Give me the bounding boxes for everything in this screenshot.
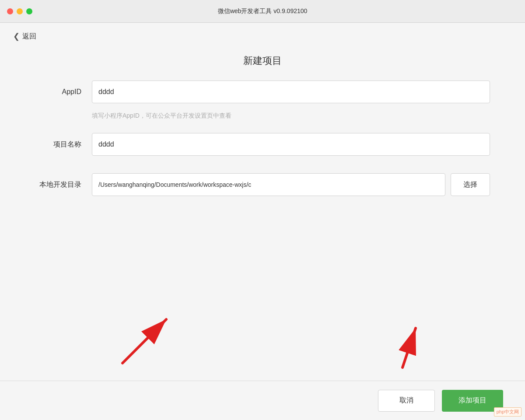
project-name-row: 项目名称 — [35, 133, 490, 156]
dir-input-wrap: 选择 — [92, 173, 490, 196]
svg-line-3 — [402, 328, 416, 368]
page-title: 新建项目 — [243, 55, 282, 66]
bottom-bar: 取消 添加项目 php中文网 — [0, 381, 525, 420]
back-row: ❮ 返回 — [0, 23, 525, 46]
svg-line-2 — [122, 319, 166, 363]
page-title-row: 新建项目 — [0, 46, 525, 80]
local-dir-label: 本地开发目录 — [35, 180, 92, 189]
annotation-arrows — [35, 311, 490, 381]
close-button[interactable] — [7, 8, 13, 14]
select-button[interactable]: 选择 — [451, 173, 490, 196]
maximize-button[interactable] — [26, 8, 32, 14]
app-window: 微信web开发者工具 v0.9.092100 ❮ 返回 新建项目 AppID 填… — [0, 0, 525, 420]
appid-label: AppID — [35, 88, 92, 96]
cancel-button[interactable]: 取消 — [378, 390, 435, 412]
local-dir-row: 本地开发目录 选择 — [35, 173, 490, 196]
appid-hint: 填写小程序AppID，可在公众平台开发设置页中查看 — [92, 112, 231, 120]
project-name-input[interactable] — [92, 133, 490, 156]
arrows-area — [35, 311, 490, 381]
back-button[interactable]: ❮ 返回 — [13, 32, 36, 41]
appid-hint-row: 填写小程序AppID，可在公众平台开发设置页中查看 — [35, 112, 490, 120]
appid-input[interactable] — [92, 80, 490, 103]
appid-row: AppID — [35, 80, 490, 103]
form-area: AppID 填写小程序AppID，可在公众平台开发设置页中查看 项目名称 本地开… — [0, 80, 525, 311]
chevron-left-icon: ❮ — [13, 32, 20, 41]
watermark: php中文网 — [494, 407, 522, 416]
dir-input[interactable] — [92, 173, 445, 196]
window-title: 微信web开发者工具 v0.9.092100 — [218, 7, 308, 15]
project-name-label: 项目名称 — [35, 140, 92, 149]
minimize-button[interactable] — [17, 8, 23, 14]
back-label: 返回 — [22, 32, 36, 41]
title-bar: 微信web开发者工具 v0.9.092100 — [0, 0, 525, 23]
traffic-lights — [7, 8, 32, 14]
